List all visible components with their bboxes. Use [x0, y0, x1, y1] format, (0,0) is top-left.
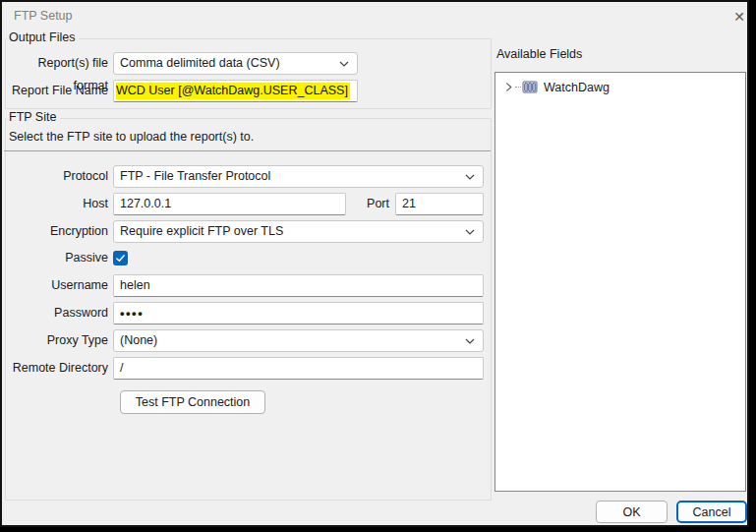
- protocol-select[interactable]: FTP - File Transfer Protocol: [113, 165, 484, 188]
- report-file-name-label: Report File Name: [4, 80, 108, 102]
- password-input[interactable]: ••••: [113, 302, 484, 325]
- chevron-down-icon: [339, 61, 349, 67]
- report-format-select[interactable]: Comma delimited data (CSV): [113, 52, 358, 75]
- test-ftp-connection-label: Test FTP Connection: [136, 395, 251, 409]
- chevron-down-icon: [465, 338, 475, 344]
- password-label: Password: [4, 302, 108, 325]
- chevron-right-icon[interactable]: [503, 82, 514, 92]
- cancel-button-label: Cancel: [693, 505, 731, 519]
- passive-label: Passive: [4, 247, 108, 269]
- report-format-value: Comma delimited data (CSV): [120, 56, 280, 70]
- passive-checkbox[interactable]: [113, 251, 128, 266]
- proxy-type-select[interactable]: (None): [113, 329, 484, 352]
- host-value: 127.0.0.1: [120, 197, 171, 210]
- close-icon[interactable]: ✕: [729, 7, 749, 27]
- screen: FTP Setup ✕ Output Files Report(s) file …: [0, 0, 756, 532]
- tree-item-label: WatchDawg: [544, 81, 610, 94]
- port-label: Port: [344, 193, 389, 215]
- protocol-label: Protocol: [4, 165, 108, 188]
- proxy-type-value: (None): [120, 333, 157, 347]
- report-file-name-input[interactable]: WCD User [@WatchDawg.USER_CLASS]: [113, 80, 358, 102]
- encryption-value: Require explicit FTP over TLS: [120, 224, 283, 238]
- available-fields-label: Available Fields: [496, 47, 582, 61]
- ok-button[interactable]: OK: [596, 501, 668, 523]
- host-input[interactable]: 127.0.0.1: [113, 193, 346, 215]
- remote-directory-value: /: [120, 361, 123, 375]
- available-fields-tree[interactable]: WatchDawg: [494, 72, 746, 492]
- cancel-button[interactable]: Cancel: [676, 501, 747, 523]
- chevron-down-icon: [465, 229, 475, 235]
- encryption-select[interactable]: Require explicit FTP over TLS: [113, 220, 484, 243]
- test-ftp-connection-button[interactable]: Test FTP Connection: [120, 390, 265, 414]
- window-title: FTP Setup: [14, 9, 73, 23]
- tree-item-watchdawg[interactable]: WatchDawg: [495, 73, 745, 94]
- remote-directory-input[interactable]: /: [113, 357, 484, 380]
- username-value: helen: [120, 278, 150, 292]
- tree-connector: [515, 87, 521, 89]
- database-table-icon: [522, 80, 538, 94]
- output-files-group-label: Output Files: [7, 31, 79, 44]
- ftp-site-description: Select the FTP site to upload the report…: [9, 130, 254, 144]
- ok-button-label: OK: [622, 505, 640, 519]
- protocol-value: FTP - File Transfer Protocol: [120, 169, 270, 183]
- check-icon: [115, 253, 126, 264]
- report-file-name-value: WCD User [@WatchDawg.USER_CLASS]: [116, 83, 350, 99]
- encryption-label: Encryption: [4, 220, 108, 243]
- divider: [4, 150, 491, 151]
- username-input[interactable]: helen: [113, 274, 484, 297]
- ftp-site-group-label: FTP Site: [7, 111, 60, 124]
- proxy-type-label: Proxy Type: [4, 329, 108, 352]
- host-label: Host: [4, 193, 108, 215]
- chevron-down-icon: [465, 174, 475, 180]
- ftp-setup-dialog: FTP Setup ✕ Output Files Report(s) file …: [0, 0, 749, 527]
- username-label: Username: [4, 274, 108, 297]
- password-value: ••••: [120, 306, 144, 321]
- port-input[interactable]: 21: [395, 193, 484, 215]
- port-value: 21: [402, 197, 416, 210]
- remote-directory-label: Remote Directory: [4, 357, 108, 380]
